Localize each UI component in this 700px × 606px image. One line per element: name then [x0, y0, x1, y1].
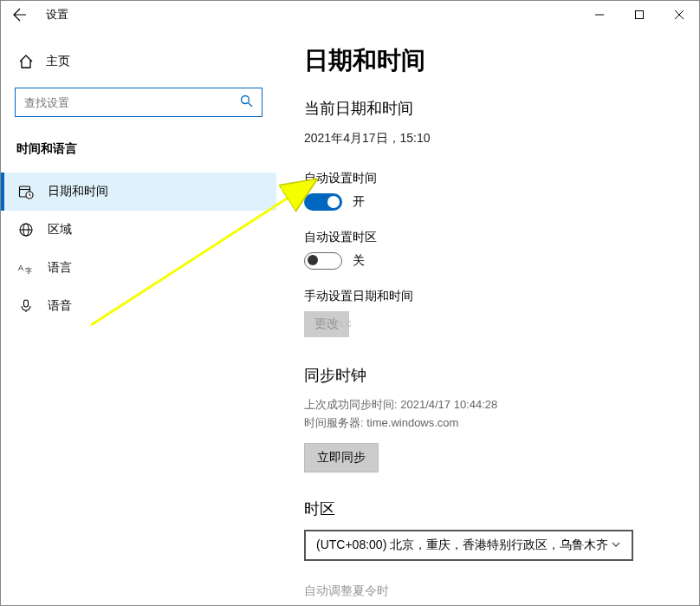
auto-timezone-state: 关	[353, 253, 365, 269]
titlebar: 设置	[1, 1, 699, 29]
close-icon	[674, 10, 684, 20]
sync-info: 上次成功同步时间: 2021/4/17 10:44:28 时间服务器: time…	[304, 396, 675, 433]
calendar-clock-icon	[18, 184, 34, 199]
nav-label: 日期和时间	[48, 184, 108, 199]
close-button[interactable]	[659, 1, 699, 29]
language-icon: A字	[18, 260, 34, 276]
sync-server: 时间服务器: time.windows.com	[304, 414, 675, 433]
sync-clock-heading: 同步时钟	[304, 365, 675, 386]
search-box[interactable]	[15, 88, 262, 117]
home-link[interactable]: 主页	[1, 46, 276, 77]
nav-group-title: 时间和语言	[16, 141, 276, 157]
timezone-heading: 时区	[304, 498, 675, 519]
arrow-left-icon	[13, 8, 27, 22]
nav-label: 语言	[48, 260, 72, 276]
nav-label: 语音	[48, 298, 72, 314]
auto-time-toggle[interactable]	[304, 193, 342, 211]
svg-rect-12	[24, 300, 29, 307]
globe-icon	[18, 222, 34, 238]
svg-line-3	[249, 103, 253, 108]
timezone-value: (UTC+08:00) 北京，重庆，香港特别行政区，乌鲁木齐	[316, 538, 608, 553]
search-icon	[240, 94, 253, 110]
sidebar: 主页 时间和语言 日期和时间	[1, 29, 276, 605]
manual-datetime-label: 手动设置日期和时间	[304, 289, 675, 304]
window-title: 设置	[39, 7, 68, 23]
svg-text:A: A	[18, 264, 23, 272]
auto-time-state: 开	[353, 194, 365, 210]
auto-timezone-label: 自动设置时区	[304, 230, 675, 245]
minimize-button[interactable]	[580, 1, 619, 29]
dst-label: 自动调整夏令时	[304, 583, 675, 599]
sync-last-time: 上次成功同步时间: 2021/4/17 10:44:28	[304, 396, 675, 414]
nav-item-language[interactable]: A字 语言	[1, 249, 276, 287]
change-datetime-button: 更改 sysfn.c	[304, 311, 349, 337]
settings-window: 设置 主页	[0, 0, 700, 606]
svg-rect-1	[636, 11, 644, 19]
page-title: 日期和时间	[304, 44, 675, 77]
home-label: 主页	[46, 54, 70, 69]
home-icon	[18, 54, 34, 69]
current-datetime-value: 2021年4月17日，15:10	[304, 131, 675, 147]
microphone-icon	[18, 298, 34, 314]
nav-item-region[interactable]: 区域	[1, 211, 276, 249]
timezone-select[interactable]: (UTC+08:00) 北京，重庆，香港特别行政区，乌鲁木齐	[304, 530, 633, 561]
chevron-down-icon	[611, 538, 621, 552]
svg-point-2	[242, 96, 250, 104]
maximize-icon	[634, 10, 645, 20]
maximize-button[interactable]	[619, 1, 659, 29]
content-pane: 日期和时间 当前日期和时间 2021年4月17日，15:10 自动设置时间 开 …	[276, 29, 699, 605]
nav-item-speech[interactable]: 语音	[1, 287, 276, 325]
current-datetime-heading: 当前日期和时间	[304, 98, 675, 119]
back-button[interactable]	[1, 1, 39, 29]
sync-now-button[interactable]: 立即同步	[304, 443, 379, 472]
nav-label: 区域	[48, 222, 72, 238]
search-input[interactable]	[24, 96, 240, 109]
nav-list: 日期和时间 区域 A字 语言	[1, 173, 276, 325]
minimize-icon	[594, 10, 605, 20]
svg-text:字: 字	[25, 267, 32, 275]
nav-item-datetime[interactable]: 日期和时间	[1, 173, 276, 211]
auto-timezone-toggle[interactable]	[304, 252, 342, 270]
auto-time-label: 自动设置时间	[304, 171, 675, 186]
